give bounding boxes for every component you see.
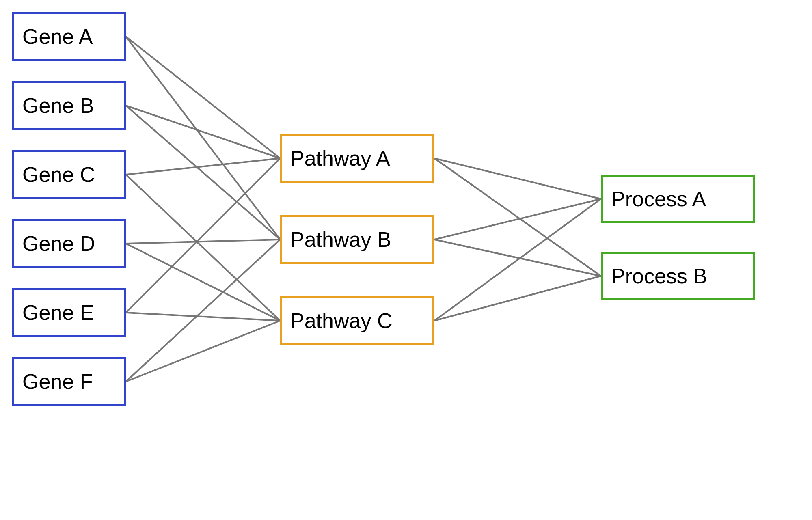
svg-line-8	[126, 158, 280, 313]
svg-line-15	[434, 240, 601, 276]
gene-c-label: Gene C	[22, 162, 95, 187]
gene-f-box: Gene F	[12, 357, 126, 406]
gene-e-box: Gene E	[12, 288, 126, 337]
svg-line-14	[434, 199, 601, 240]
svg-line-6	[126, 240, 280, 244]
gene-a-box: Gene A	[12, 12, 126, 61]
process-b-box: Process B	[601, 252, 755, 300]
gene-c-box: Gene C	[12, 150, 126, 199]
pathway-b-label: Pathway B	[290, 227, 391, 252]
svg-line-9	[126, 313, 280, 321]
svg-line-12	[434, 158, 601, 199]
process-a-box: Process A	[601, 175, 755, 223]
gene-e-label: Gene E	[22, 300, 94, 325]
svg-line-11	[126, 321, 280, 382]
pathway-b-box: Pathway B	[280, 215, 434, 264]
svg-line-10	[126, 240, 280, 382]
gene-b-box: Gene B	[12, 81, 126, 130]
gene-b-label: Gene B	[22, 93, 94, 118]
pathway-c-box: Pathway C	[280, 296, 434, 345]
svg-line-16	[434, 199, 601, 321]
gene-f-label: Gene F	[22, 369, 93, 394]
svg-line-17	[434, 276, 601, 321]
svg-line-0	[126, 37, 280, 158]
svg-line-7	[126, 244, 280, 321]
pathway-a-box: Pathway A	[280, 134, 434, 183]
svg-line-13	[434, 158, 601, 276]
process-b-label: Process B	[611, 264, 707, 288]
pathway-a-label: Pathway A	[290, 146, 390, 170]
process-a-label: Process A	[611, 187, 706, 211]
pathway-c-label: Pathway C	[290, 309, 392, 333]
svg-line-2	[126, 106, 280, 158]
gene-d-box: Gene D	[12, 219, 126, 268]
svg-line-3	[126, 106, 280, 240]
svg-line-1	[126, 37, 280, 240]
diagram-container: Gene A Gene B Gene C Gene D Gene E Gene …	[0, 0, 812, 520]
svg-line-4	[126, 158, 280, 175]
gene-a-label: Gene A	[22, 24, 93, 49]
gene-d-label: Gene D	[22, 231, 95, 256]
svg-line-5	[126, 175, 280, 321]
